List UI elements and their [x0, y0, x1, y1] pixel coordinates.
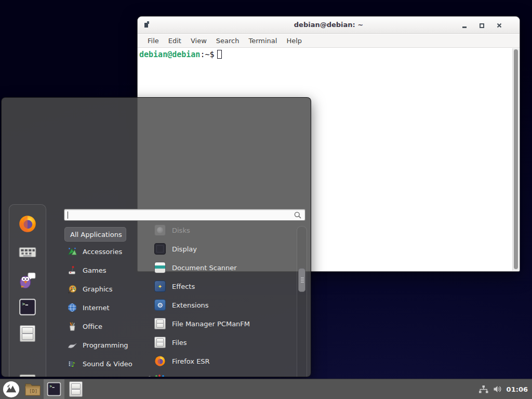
office-icon	[67, 321, 77, 331]
prompt-suffix: :~$	[200, 50, 214, 59]
minimize-button[interactable]	[458, 20, 471, 31]
firefox-icon	[154, 355, 166, 367]
favorite-terminal-button[interactable]: >	[18, 297, 37, 317]
app-disks[interactable]: Disks	[150, 221, 297, 240]
favorite-keyboard-button[interactable]	[18, 242, 37, 262]
internet-icon	[67, 302, 77, 313]
menu-terminal[interactable]: Terminal	[244, 35, 282, 46]
five-or-more-icon	[154, 374, 166, 377]
category-games[interactable]: Games	[64, 261, 150, 280]
apps-scrollbar-track[interactable]	[297, 226, 307, 377]
close-icon	[497, 23, 502, 28]
volume-icon[interactable]	[493, 385, 502, 393]
taskbar-menu-button[interactable]	[0, 379, 22, 399]
terminal-cursor	[217, 50, 222, 59]
terminal-icon: >	[46, 381, 62, 397]
filter-all-applications[interactable]: All Applications	[64, 227, 126, 242]
app-files[interactable]: Files	[150, 333, 297, 352]
accessories-icon	[67, 246, 77, 257]
menu-help[interactable]: Help	[282, 35, 307, 46]
maximize-button[interactable]	[475, 20, 488, 31]
file-cabinet-icon	[69, 381, 83, 397]
screensaver-lock-icon	[18, 372, 37, 377]
terminal-icon: >	[18, 298, 37, 316]
apps-scrollbar-thumb[interactable]	[298, 268, 305, 292]
svg-text:>: >	[22, 301, 25, 307]
taskbar: [D] > 01:06	[0, 379, 532, 399]
effects-icon: ✦	[154, 281, 166, 292]
svg-text:[D]: [D]	[29, 389, 37, 394]
extensions-icon: ⚙	[154, 299, 166, 311]
category-graphics[interactable]: Graphics	[64, 280, 150, 298]
desktop: { "terminal": { "title": "debian@debian:…	[0, 0, 532, 399]
terminal-scrollbar[interactable]	[512, 48, 519, 271]
menu-search[interactable]: Search	[211, 35, 244, 46]
display-icon	[154, 243, 166, 255]
favorite-file-manager-button[interactable]	[18, 324, 37, 343]
menu-view[interactable]: View	[186, 35, 211, 46]
close-button[interactable]	[493, 20, 506, 31]
lock-screen-button[interactable]	[18, 371, 37, 377]
app-five-or-more[interactable]: Five or More	[150, 370, 297, 377]
menu-edit[interactable]: Edit	[164, 35, 186, 46]
category-office[interactable]: Office	[64, 317, 150, 336]
programming-icon	[67, 340, 77, 350]
svg-text:♪: ♪	[71, 361, 75, 368]
keyboard-icon	[18, 243, 37, 261]
search-icon	[294, 211, 302, 219]
taskbar-terminal-button[interactable]: >	[44, 379, 64, 399]
file-cabinet-icon	[154, 337, 166, 348]
app-document-scanner[interactable]: Document Scanner	[150, 258, 297, 277]
prompt-user-host: debian@debian	[139, 50, 200, 59]
svg-text:>: >	[49, 384, 52, 389]
app-effects[interactable]: ✦ Effects	[150, 277, 297, 296]
taskbar-file-manager-button[interactable]	[64, 379, 87, 399]
document-scanner-icon	[154, 262, 166, 273]
application-menu: debian	[1, 97, 311, 377]
app-file-manager-pcmanfm[interactable]: File Manager PCManFM	[150, 314, 297, 333]
disks-icon	[154, 224, 166, 236]
start-menu-icon	[3, 381, 20, 398]
search-input[interactable]	[64, 209, 305, 221]
terminal-scrollbar-thumb[interactable]	[514, 49, 518, 269]
file-cabinet-icon	[20, 325, 35, 342]
terminal-titlebar[interactable]: debian@debian: ~	[138, 17, 520, 34]
clock[interactable]: 01:06	[507, 385, 528, 393]
taskbar-desktop-folder-button[interactable]: [D]	[22, 379, 44, 399]
app-firefox-esr[interactable]: Firefox ESR	[150, 352, 297, 370]
app-extensions[interactable]: ⚙ Extensions	[150, 296, 297, 314]
category-accessories[interactable]: Accessories	[64, 242, 150, 261]
category-internet[interactable]: Internet	[64, 298, 150, 317]
category-sound-video[interactable]: ♪ Sound & Video	[64, 354, 150, 373]
text-caret	[68, 211, 68, 219]
system-tray: 01:06	[478, 385, 532, 394]
file-cabinet-icon	[154, 318, 166, 329]
app-display[interactable]: Display	[150, 240, 297, 258]
graphics-icon	[67, 284, 77, 294]
games-icon	[67, 265, 77, 275]
sound-video-icon: ♪	[67, 358, 77, 369]
desktop-folder-icon: [D]	[24, 381, 42, 397]
firefox-icon	[18, 215, 37, 233]
network-icon[interactable]	[478, 385, 488, 394]
favorite-firefox-button[interactable]	[18, 214, 37, 234]
category-programming[interactable]: Programming	[64, 336, 150, 354]
pidgin-icon	[18, 271, 37, 289]
favorite-pidgin-button[interactable]	[18, 270, 37, 290]
category-administration[interactable]: Administration	[64, 373, 150, 377]
terminal-menubar: File Edit View Search Terminal Help	[138, 34, 520, 48]
terminal-prompt-line: debian@debian:~$	[139, 50, 222, 60]
menu-file[interactable]: File	[143, 35, 164, 46]
